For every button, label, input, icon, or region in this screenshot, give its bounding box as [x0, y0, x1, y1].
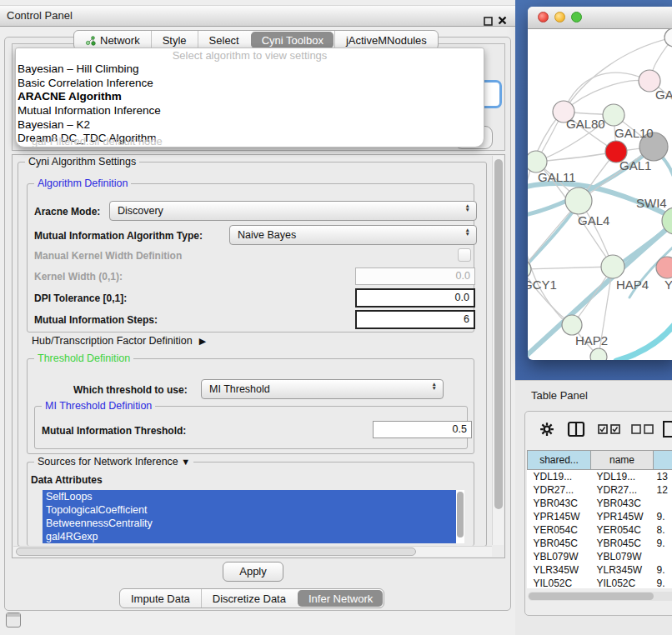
network-edge[interactable] — [564, 72, 649, 112]
network-node[interactable] — [603, 104, 624, 126]
table-cell: 13 — [654, 470, 672, 484]
table-horizontal-scrollbar[interactable] — [528, 592, 672, 601]
node-label: Y — [664, 278, 672, 292]
table-cell — [654, 550, 672, 563]
tab-impute-data[interactable]: Impute Data — [120, 589, 201, 608]
table-row[interactable]: YDR27...YDR27...12 — [528, 483, 672, 497]
tab-jactivemnodules[interactable]: jActiveMNodules — [334, 31, 438, 49]
list-scrollbar[interactable] — [456, 490, 464, 543]
gear-icon[interactable] — [539, 422, 554, 437]
spinner-arrows-icon: ▲▼ — [465, 204, 470, 212]
data-attributes-label: Data Attributes — [31, 474, 103, 486]
algorithm-option[interactable]: Bayesian – Hill Climbing — [16, 62, 484, 77]
algorithm-option-list: Bayesian – Hill ClimbingBasic Correlatio… — [16, 62, 484, 146]
data-attribute-option[interactable]: TopologicalCoefficient — [43, 503, 459, 517]
table-row[interactable]: YPR145WYPR145W9. — [528, 510, 672, 523]
group-title: Algorithm Definition — [34, 178, 131, 189]
table-row[interactable]: YBR045CYBR045C9. — [528, 537, 672, 550]
aracne-mode-value: Discovery — [118, 205, 163, 217]
which-threshold-select[interactable]: MI Threshold ▲▼ — [201, 379, 444, 399]
network-icon — [85, 35, 96, 46]
deselect-all-icon[interactable] — [631, 424, 654, 434]
expand-arrow-icon[interactable]: ▶ — [199, 336, 206, 346]
minimize-traffic-light-icon[interactable] — [554, 12, 565, 22]
group-title: Cyni Algorithm Settings — [25, 156, 139, 168]
minimized-panel-icon[interactable] — [6, 612, 21, 628]
table-cell: 12 — [654, 483, 672, 497]
table-cell: YER054C — [591, 523, 654, 537]
data-attribute-option[interactable]: gal4RGexp — [43, 530, 459, 543]
column-header[interactable]: name — [591, 451, 654, 470]
network-canvas[interactable]: GALGAL80GAL10GAL1GAL11SWI4GAL4GCY1HAP4YH… — [528, 29, 672, 360]
table-header-row: shared...name — [528, 451, 672, 470]
table-row[interactable]: YER054CYER054C8. — [528, 523, 672, 537]
select-all-icon[interactable] — [598, 424, 621, 434]
settings-hscrollbar-thumb[interactable] — [16, 548, 416, 556]
tab-cyni-toolbox[interactable]: Cyni Toolbox — [251, 32, 333, 48]
data-attribute-option[interactable]: BetweennessCentrality — [43, 517, 459, 530]
network-edge[interactable] — [616, 318, 672, 360]
network-edge[interactable] — [528, 267, 613, 269]
network-node[interactable] — [590, 348, 607, 360]
network-node[interactable] — [601, 255, 624, 278]
which-threshold-value: MI Threshold — [209, 383, 270, 395]
column-header[interactable] — [654, 451, 672, 470]
table-cell: YDL19... — [528, 470, 591, 484]
table-scrollbar-thumb[interactable] — [529, 592, 654, 600]
hub-definition-expander[interactable]: Hub/Transcription Factor Definition▶ — [32, 335, 206, 347]
tab-label: jActiveMNodules — [346, 34, 427, 47]
tab-style[interactable]: Style — [151, 31, 198, 49]
split-columns-icon[interactable] — [567, 421, 585, 438]
settings-horizontal-scrollbar[interactable] — [13, 546, 492, 557]
network-node[interactable] — [562, 315, 582, 335]
table-row[interactable]: YDL19...YDL19...13 — [528, 470, 672, 484]
table-row[interactable]: YBR043CYBR043C — [528, 497, 672, 510]
group-title: Sources for Network Inference ▼ — [34, 456, 193, 468]
column-header[interactable]: shared... — [528, 451, 591, 470]
aracne-mode-select[interactable]: Discovery ▲▼ — [109, 201, 477, 221]
data-attribute-option[interactable]: SelfLoops — [43, 490, 459, 503]
spinner-arrows-icon: ▲▼ — [432, 382, 437, 390]
close-traffic-light-icon[interactable] — [538, 12, 549, 22]
mi-threshold-input[interactable]: 0.5 — [373, 421, 472, 438]
close-icon[interactable] — [498, 16, 507, 25]
apply-button[interactable]: Apply — [223, 562, 283, 582]
dpi-tolerance-input[interactable]: 0.0 — [355, 288, 475, 308]
algorithm-dropdown-placeholder: Select algorithm to view settings — [16, 49, 484, 62]
table-cell: 8. — [654, 523, 672, 537]
network-window-titlebar[interactable] — [528, 7, 672, 29]
document-icon[interactable] — [662, 420, 672, 438]
collapse-arrow-icon[interactable]: ▼ — [181, 457, 190, 467]
tab-infer-network[interactable]: Infer Network — [298, 590, 383, 607]
group-title: Threshold Definition — [34, 352, 133, 364]
tab-network[interactable]: Network — [74, 31, 151, 49]
network-node[interactable] — [565, 188, 592, 214]
table-row[interactable]: YBL079WYBL079W — [528, 550, 672, 563]
cyni-algorithm-settings-group: Cyni Algorithm Settings Algorithm Defini… — [18, 162, 487, 547]
tab-label: Network — [100, 34, 140, 47]
settings-vertical-scrollbar[interactable] — [492, 156, 504, 545]
algorithm-option[interactable]: Basic Correlation Inference — [16, 77, 484, 91]
algorithm-option[interactable]: Bayesian – K2 — [16, 118, 484, 132]
float-icon[interactable] — [484, 17, 493, 26]
list-scrollbar-thumb[interactable] — [457, 492, 464, 538]
settings-scrollbar-thumb[interactable] — [494, 159, 503, 509]
algorithm-option[interactable]: Mutual Information Inference — [16, 104, 484, 118]
mi-algorithm-type-select[interactable]: Naive Bayes ▲▼ — [229, 225, 477, 245]
mi-steps-input[interactable]: 6 — [355, 310, 475, 329]
table-row[interactable]: YIL052CYIL052C9. — [528, 577, 672, 588]
node-label: GAL80 — [566, 117, 605, 131]
network-node[interactable] — [664, 29, 672, 47]
table-cell: YPR145W — [528, 510, 591, 523]
table-cell: YBR043C — [528, 497, 591, 510]
zoom-traffic-light-icon[interactable] — [571, 12, 582, 22]
algorithm-option[interactable]: ARACNE Algorithm — [16, 90, 484, 104]
tab-label: Style — [163, 34, 187, 47]
mi-type-value: Naive Bayes — [238, 229, 296, 241]
algorithm-dropdown-popup: Select algorithm to view settings Bayesi… — [15, 48, 484, 148]
tab-select[interactable]: Select — [198, 31, 250, 49]
table-cell: YBL079W — [528, 550, 591, 563]
tab-discretize-data[interactable]: Discretize Data — [201, 589, 297, 608]
table-cell: 9. — [654, 510, 672, 523]
table-row[interactable]: YLR345WYLR345W9. — [528, 563, 672, 577]
